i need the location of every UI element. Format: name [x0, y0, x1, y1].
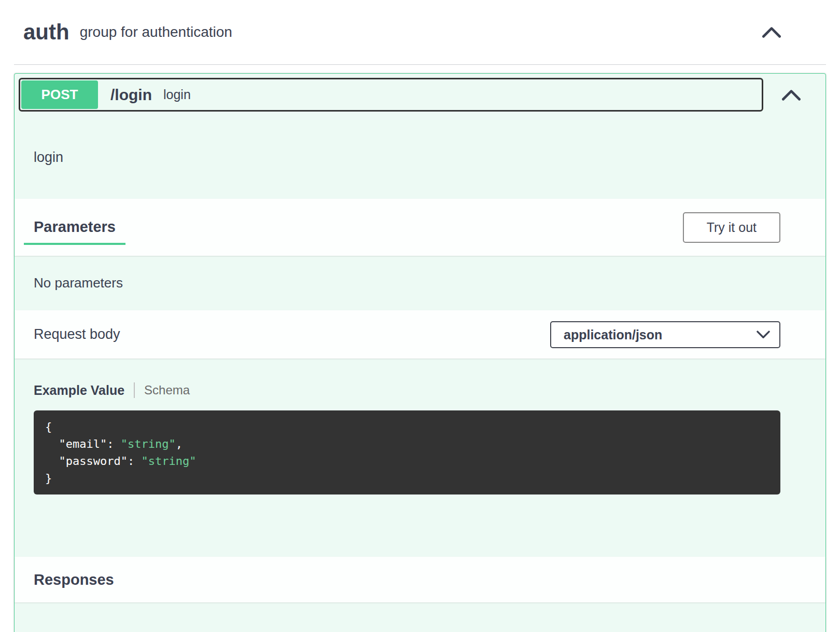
operation-body: login Parameters Try it out No parameter…: [15, 116, 825, 632]
code-token: {: [45, 420, 52, 433]
code-token: }: [45, 472, 52, 485]
try-it-out-button[interactable]: Try it out: [683, 212, 780, 243]
responses-body: [15, 602, 825, 632]
request-body-header: Request body application/json: [15, 310, 825, 359]
tag-collapse-button[interactable]: [758, 22, 786, 42]
content-type-select[interactable]: application/json: [550, 321, 780, 348]
code-line: "password": "string": [45, 452, 769, 470]
chevron-up-icon: [762, 26, 781, 38]
code-line: }: [45, 470, 769, 487]
code-token-string-value: "string": [121, 437, 176, 450]
tag-description: group for authentication: [80, 24, 232, 40]
responses-header: Responses: [15, 557, 825, 602]
code-token-key: "email": [45, 437, 107, 450]
code-token: :: [107, 437, 121, 450]
code-token: ,: [176, 437, 183, 450]
tag-name: auth: [23, 20, 69, 45]
request-body-example-section: Example Value Schema { "email": "string"…: [15, 359, 825, 557]
request-body-label: Request body: [34, 326, 120, 342]
opblock-post-login: POST /login login login Parameters Try i…: [14, 73, 826, 632]
no-parameters-message: No parameters: [15, 256, 825, 310]
operation-path: /login: [110, 86, 152, 104]
code-token-string-value: "string": [141, 455, 196, 468]
code-line: {: [45, 418, 769, 435]
content-type-select-wrap: application/json: [550, 321, 780, 348]
operation-description: login: [15, 116, 825, 199]
code-token-key: "password": [45, 455, 128, 468]
tag-section-header[interactable]: auth group for authentication: [14, 0, 826, 65]
code-token: :: [128, 455, 142, 468]
example-code-block: { "email": "string", "password": "string…: [34, 410, 780, 494]
code-line: "email": "string",: [45, 435, 769, 452]
tab-example-value[interactable]: Example Value: [34, 383, 124, 398]
parameters-header: Parameters Try it out: [15, 199, 825, 256]
method-badge: POST: [21, 80, 98, 109]
operation-summary: POST /login login: [15, 74, 825, 116]
example-schema-tabs: Example Value Schema: [34, 382, 780, 398]
tab-divider: [134, 382, 135, 398]
tab-schema[interactable]: Schema: [144, 383, 190, 397]
tab-parameters[interactable]: Parameters: [24, 210, 125, 245]
swagger-page: auth group for authentication POST /logi…: [0, 0, 840, 632]
operation-summary-button[interactable]: POST /login login: [19, 78, 763, 112]
operation-collapse-button[interactable]: [773, 85, 810, 105]
responses-title: Responses: [34, 571, 114, 588]
chevron-up-icon: [781, 89, 801, 101]
operation-summary-text: login: [163, 87, 191, 102]
